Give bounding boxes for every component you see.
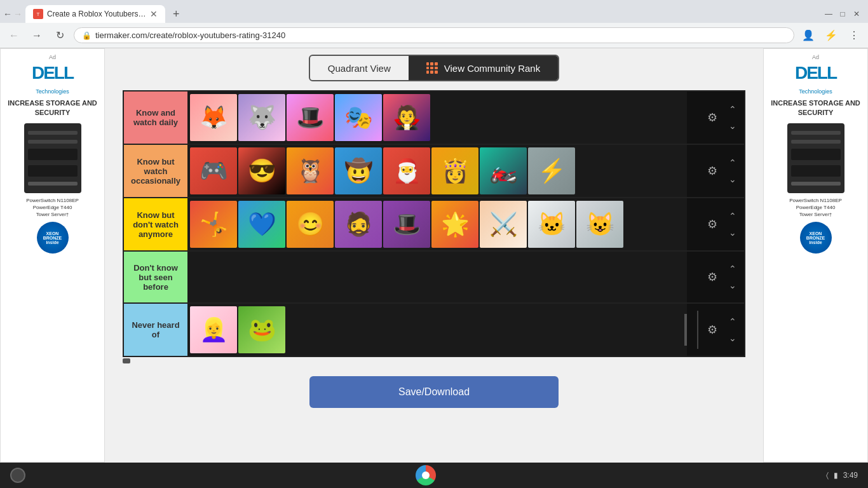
close-button[interactable]: ✕ bbox=[850, 8, 863, 20]
view-toggle: Quadrant View View Community Rank bbox=[309, 55, 559, 81]
quadrant-view-button[interactable]: Quadrant View bbox=[310, 56, 409, 80]
extensions-icon[interactable]: ⚡ bbox=[822, 27, 840, 44]
forward-arrow[interactable]: → bbox=[13, 9, 22, 19]
gear-button-1[interactable]: ⚙ bbox=[701, 106, 724, 129]
tier-controls-1: ⚙ ⌃ ⌄ bbox=[687, 92, 744, 144]
down-arrow-2[interactable]: ⌄ bbox=[724, 172, 742, 187]
lock-icon: 🔒 bbox=[82, 31, 92, 40]
avatar-3-2[interactable]: 💙 bbox=[238, 201, 285, 248]
tier-label-1: Know and watch daily bbox=[124, 92, 187, 144]
menu-icon[interactable]: ⋮ bbox=[845, 27, 863, 44]
tier-items-2: 🎮 😎 🦉 🤠 🎅 👸 🏍️ ⚡ bbox=[187, 145, 687, 197]
tier-items-3: 🤸 💙 😊 🧔 🎩 🌟 ⚔️ 🐱 😺 bbox=[187, 198, 687, 250]
tab-favicon: T bbox=[33, 9, 43, 19]
nav-forward-button[interactable]: → bbox=[28, 27, 46, 44]
gear-button-5[interactable]: ⚙ bbox=[701, 318, 724, 341]
dell-logo-left: DELL bbox=[32, 63, 73, 83]
up-arrow-1[interactable]: ⌃ bbox=[724, 102, 742, 117]
avatar-2-6[interactable]: 👸 bbox=[431, 147, 478, 194]
scroll-thumb[interactable] bbox=[123, 358, 130, 363]
down-arrow-4[interactable]: ⌄ bbox=[724, 278, 742, 293]
gear-button-4[interactable]: ⚙ bbox=[701, 266, 724, 288]
taskbar-center bbox=[416, 465, 436, 485]
up-arrow-5[interactable]: ⌃ bbox=[724, 314, 742, 329]
up-arrow-3[interactable]: ⌃ bbox=[724, 208, 742, 224]
arrow-col-2: ⌃ ⌄ bbox=[724, 155, 742, 187]
address-bar[interactable]: 🔒 tiermaker.com/create/roblox-youtubers-… bbox=[74, 27, 794, 43]
nav-bar: ← → ↻ 🔒 tiermaker.com/create/roblox-yout… bbox=[0, 23, 868, 48]
gear-button-3[interactable]: ⚙ bbox=[701, 213, 724, 236]
avatar-1-2[interactable]: 🐺 bbox=[238, 94, 285, 141]
avatar-3-5[interactable]: 🎩 bbox=[383, 201, 430, 248]
taskbar-start-icon[interactable] bbox=[10, 468, 25, 483]
avatar-2-7[interactable]: 🏍️ bbox=[480, 147, 527, 194]
profile-icon[interactable]: 👤 bbox=[799, 27, 817, 44]
new-tab-button[interactable]: + bbox=[168, 8, 185, 21]
avatar-2-4[interactable]: 🤠 bbox=[335, 147, 382, 194]
tier-area: Quadrant View View Community Rank bbox=[105, 48, 763, 463]
dell-subtitle-right: Technologies bbox=[799, 88, 832, 95]
avatar-5-1[interactable]: 👱‍♀️ bbox=[190, 306, 237, 353]
community-rank-label: View Community Rank bbox=[444, 63, 540, 74]
avatar-1-3[interactable]: 🎩 bbox=[287, 94, 334, 141]
avatar-3-9[interactable]: 😺 bbox=[576, 201, 623, 248]
avatar-3-3[interactable]: 😊 bbox=[287, 201, 334, 248]
avatar-2-1[interactable]: 🎮 bbox=[190, 147, 237, 194]
avatar-2-8[interactable]: ⚡ bbox=[528, 147, 575, 194]
avatar-1-5[interactable]: 🧛 bbox=[383, 94, 430, 141]
avatar-2-3[interactable]: 🦉 bbox=[287, 147, 334, 194]
avatar-5-2[interactable]: 🐸 bbox=[238, 306, 285, 353]
down-arrow-5[interactable]: ⌄ bbox=[724, 330, 742, 346]
community-rank-button[interactable]: View Community Rank bbox=[409, 56, 558, 80]
taskbar: 〈 ▮ 3:49 bbox=[0, 463, 868, 488]
tier-controls-4: ⚙ ⌃ ⌄ bbox=[687, 252, 744, 302]
gear-button-2[interactable]: ⚙ bbox=[701, 159, 724, 182]
arrow-col-5: ⌃ ⌄ bbox=[724, 314, 742, 346]
chrome-dock-icon[interactable] bbox=[416, 465, 436, 485]
arrow-col-3: ⌃ ⌄ bbox=[724, 208, 742, 240]
tier-controls-5: ⚙ ⌃ ⌄ bbox=[687, 304, 744, 356]
minimize-button[interactable]: — bbox=[822, 8, 835, 20]
browser-chrome: ← → T Create a Roblox Youtubers Ratin...… bbox=[0, 0, 868, 48]
tier-controls-3: ⚙ ⌃ ⌄ bbox=[687, 198, 744, 250]
grid-icon bbox=[426, 62, 438, 74]
avatar-2-2[interactable]: 😎 bbox=[238, 147, 285, 194]
avatar-3-1[interactable]: 🤸 bbox=[190, 201, 237, 248]
active-tab[interactable]: T Create a Roblox Youtubers Ratin... ✕ bbox=[25, 5, 165, 23]
avatar-1-4[interactable]: 🎭 bbox=[335, 94, 382, 141]
product-label-right: PowerSwitch N1108EP PowerEdge T440 Tower… bbox=[789, 197, 842, 219]
avatar-3-6[interactable]: 🌟 bbox=[431, 201, 478, 248]
maximize-button[interactable]: □ bbox=[836, 8, 849, 20]
tier-label-5: Never heard of bbox=[124, 304, 187, 356]
down-arrow-1[interactable]: ⌄ bbox=[724, 118, 742, 133]
avatar-3-8[interactable]: 🐱 bbox=[528, 201, 575, 248]
ad-headline-right: INCREASE STORAGE AND SECURITY bbox=[769, 98, 862, 118]
address-text: tiermaker.com/create/roblox-youtubers-ra… bbox=[95, 30, 786, 40]
up-arrow-4[interactable]: ⌃ bbox=[724, 261, 742, 276]
nav-back-button[interactable]: ← bbox=[5, 27, 23, 44]
down-arrow-3[interactable]: ⌄ bbox=[724, 225, 742, 240]
battery-icon: ▮ bbox=[834, 471, 838, 480]
up-arrow-2[interactable]: ⌃ bbox=[724, 155, 742, 170]
ad-label-right: Ad bbox=[812, 54, 819, 60]
tier-table: Know and watch daily 🦊 🐺 🎩 🎭 🧛 ⚙ ⌃ ⌄ bbox=[123, 90, 745, 357]
save-download-button[interactable]: Save/Download bbox=[309, 376, 559, 408]
avatar-3-4[interactable]: 🧔 bbox=[335, 201, 382, 248]
server-image-right bbox=[787, 123, 844, 193]
tier-items-1: 🦊 🐺 🎩 🎭 🧛 bbox=[187, 92, 687, 144]
window-controls: — □ ✕ bbox=[822, 8, 868, 20]
avatar-2-5[interactable]: 🎅 bbox=[383, 147, 430, 194]
server-image-left bbox=[24, 123, 81, 193]
back-arrow[interactable]: ← bbox=[3, 9, 12, 19]
nav-refresh-button[interactable]: ↻ bbox=[51, 27, 69, 44]
dell-logo-right: DELL bbox=[795, 63, 836, 83]
avatar-3-7[interactable]: ⚔️ bbox=[480, 201, 527, 248]
avatar-1-1[interactable]: 🦊 bbox=[190, 94, 237, 141]
tier-label-4: Don't know but seen before bbox=[124, 252, 187, 302]
dell-brand-right: DELL bbox=[795, 63, 836, 83]
tier-items-4 bbox=[187, 252, 687, 302]
left-ad-panel: Ad DELL Technologies INCREASE STORAGE AN… bbox=[0, 48, 105, 463]
ad-label-left: Ad bbox=[49, 54, 56, 60]
tab-close-button[interactable]: ✕ bbox=[150, 9, 158, 19]
tab-title: Create a Roblox Youtubers Ratin... bbox=[47, 10, 146, 18]
